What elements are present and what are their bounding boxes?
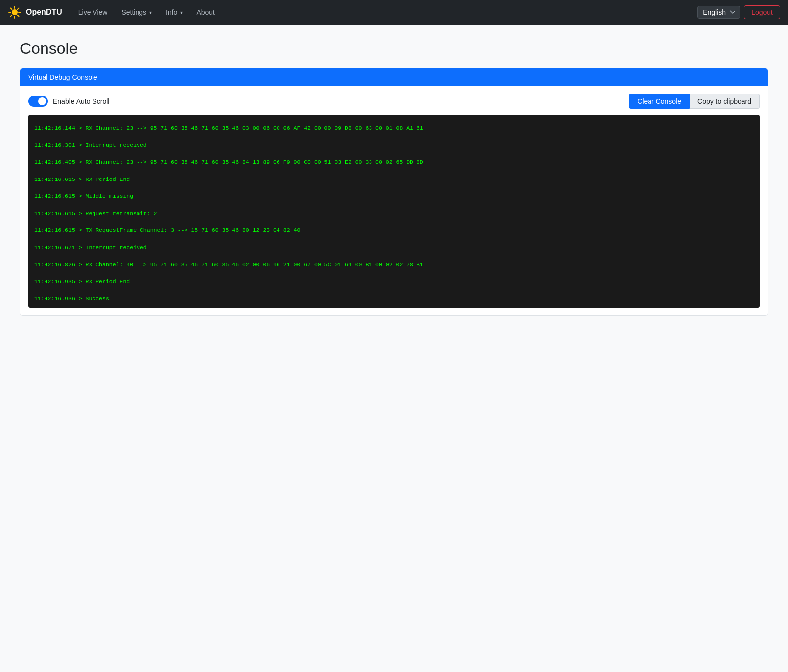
nav-links: Live View Settings ▾ Info ▾ About	[72, 4, 688, 20]
console-line: 11:42:16.301 > Interrupt received	[34, 141, 754, 149]
console-line: 11:42:16.615 > RX Period End	[34, 175, 754, 183]
brand-icon	[8, 5, 22, 19]
svg-point-0	[12, 9, 18, 15]
brand-name: OpenDTU	[26, 8, 62, 17]
nav-settings[interactable]: Settings ▾	[115, 4, 158, 20]
console-line: 11:42:16.615 > Request retransmit: 2	[34, 209, 754, 218]
auto-scroll-label: Enable Auto Scroll	[53, 97, 109, 105]
nav-live-view[interactable]: Live View	[72, 4, 114, 20]
svg-line-7	[18, 8, 19, 10]
nav-about[interactable]: About	[190, 4, 221, 20]
action-buttons: Clear Console Copy to clipboard	[629, 94, 760, 109]
console-line: 11:42:16.144 > RX Channel: 23 --> 95 71 …	[34, 124, 754, 132]
clear-console-button[interactable]: Clear Console	[629, 94, 690, 109]
toggle-slider	[28, 96, 48, 107]
console-line: 11:42:16.405 > RX Channel: 23 --> 95 71 …	[34, 158, 754, 166]
console-line: 11:42:16.936 > Success	[34, 294, 754, 303]
nav-info[interactable]: Info ▾	[160, 4, 188, 20]
page-title: Console	[20, 40, 768, 58]
logout-button[interactable]: Logout	[744, 5, 780, 19]
info-caret-icon: ▾	[180, 10, 183, 15]
language-select[interactable]: English	[697, 6, 740, 19]
console-line: 11:42:16.826 > RX Channel: 40 --> 95 71 …	[34, 260, 754, 269]
copy-clipboard-button[interactable]: Copy to clipboard	[690, 94, 760, 109]
console-line: 11:42:16.615 > Middle missing	[34, 192, 754, 200]
svg-line-8	[11, 15, 12, 17]
card-header: Virtual Debug Console	[20, 68, 768, 86]
auto-scroll-wrap: Enable Auto Scroll	[28, 96, 109, 107]
console-line: 11:42:16.671 > Interrupt received	[34, 243, 754, 252]
card-body: Enable Auto Scroll Clear Console Copy to…	[20, 86, 768, 315]
console-line: 11:42:16.935 > RX Period End	[34, 277, 754, 286]
nav-right: English Logout	[697, 5, 780, 19]
brand-link[interactable]: OpenDTU	[8, 5, 62, 19]
svg-line-5	[11, 8, 12, 10]
main-content: Console Virtual Debug Console Enable Aut…	[0, 25, 788, 331]
auto-scroll-toggle[interactable]	[28, 96, 48, 107]
console-line: 11:42:16.091 > Interrupt received	[34, 115, 754, 115]
console-line: 11:42:16.615 > TX RequestFrame Channel: …	[34, 226, 754, 234]
console-output[interactable]: 11:42:11.288 > RX Period End 11:42:11.28…	[28, 115, 760, 308]
controls-row: Enable Auto Scroll Clear Console Copy to…	[28, 94, 760, 109]
svg-line-6	[18, 15, 19, 17]
navbar: OpenDTU Live View Settings ▾ Info ▾ Abou…	[0, 0, 788, 25]
console-card: Virtual Debug Console Enable Auto Scroll…	[20, 68, 768, 316]
settings-caret-icon: ▾	[149, 10, 152, 15]
